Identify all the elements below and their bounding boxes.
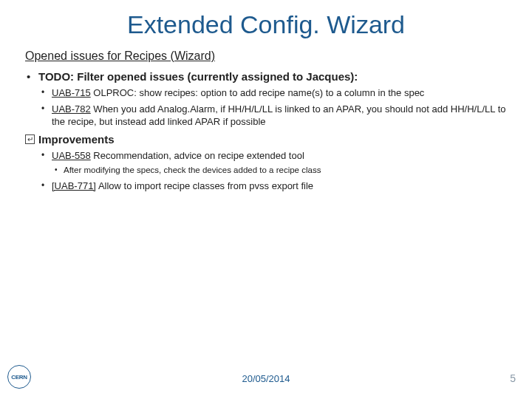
issue-link[interactable]: UAB-782 <box>52 103 91 115</box>
list-text: When you add Analog.Alarm, if HH/H/L/LL … <box>52 103 505 128</box>
list-label: TODO: Filter opened issues (currently as… <box>38 70 358 83</box>
list-text: Recommendation, advice on recipe extende… <box>91 150 304 161</box>
list-item: [UAB-771] Allow to import recipe classes… <box>38 180 507 193</box>
list-text: After modifying the specs, check the dev… <box>64 166 321 174</box>
slide-footer: CERN 20/05/2014 5 <box>0 369 532 392</box>
slide-title: Extended Config. Wizard <box>0 0 532 47</box>
page-number: 5 <box>510 372 516 384</box>
slide-body: Opened issues for Recipes (Wizard) TODO:… <box>0 47 532 192</box>
footer-date: 20/05/2014 <box>0 373 532 384</box>
list-item: UAB-782 When you add Analog.Alarm, if HH… <box>38 103 507 129</box>
list-label: Improvements <box>38 133 115 146</box>
list-text: Allow to import recipe classes from pvss… <box>96 180 313 191</box>
issue-link[interactable]: UAB-715 <box>52 87 91 98</box>
bullet-icon: ↵ <box>25 134 35 144</box>
issue-link[interactable]: UAB-558 <box>52 150 91 161</box>
list-item: After modifying the specs, check the dev… <box>52 165 507 177</box>
list-item: UAB-558 Recommendation, advice on recipe… <box>38 149 507 177</box>
list-item: ↵ Improvements UAB-558 Recommendation, a… <box>25 133 507 193</box>
list-item: TODO: Filter opened issues (currently as… <box>25 70 507 129</box>
issue-link[interactable]: [UAB-771] <box>52 180 96 191</box>
list-text: OLPROC: show recipes: option to add reci… <box>91 87 425 98</box>
list-item: UAB-715 OLPROC: show recipes: option to … <box>38 86 507 100</box>
section-heading: Opened issues for Recipes (Wizard) <box>25 50 507 63</box>
